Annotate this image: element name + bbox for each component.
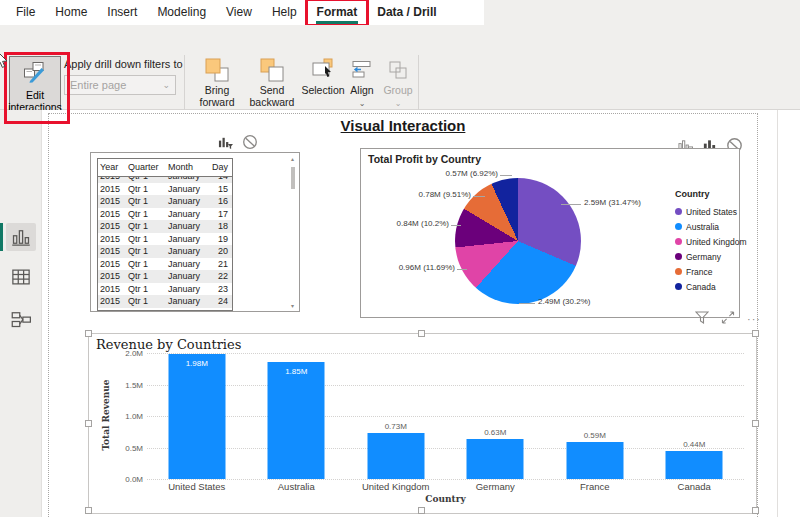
selection-handle[interactable]	[752, 330, 759, 337]
edit-interactions-button[interactable]: Edit interactions	[9, 56, 61, 114]
cell-year: 2015	[98, 183, 126, 196]
selection-handle[interactable]	[85, 507, 92, 514]
data-view-icon[interactable]	[11, 267, 31, 287]
bar-value-label: 1.85M	[285, 367, 307, 376]
tab-view[interactable]: View	[216, 0, 262, 25]
x-axis-category-label: United States	[147, 481, 247, 492]
bar-france[interactable]	[566, 442, 623, 479]
legend-item[interactable]: Germany	[675, 249, 746, 264]
send-backward-icon	[245, 56, 299, 84]
selection-handle[interactable]	[85, 420, 92, 427]
column-header-quarter[interactable]: Quarter	[126, 159, 166, 176]
cell-quarter: Qtr 1	[126, 270, 166, 283]
legend-dot-icon	[675, 223, 682, 230]
bar-australia[interactable]	[268, 362, 325, 479]
tab-modeling[interactable]: Modeling	[147, 0, 216, 25]
tab-home[interactable]: Home	[45, 0, 97, 25]
table-row[interactable]: 2015Qtr 1January24	[98, 295, 232, 308]
bar-canada[interactable]	[666, 451, 723, 479]
table-row[interactable]: 2015Qtr 1January18	[98, 220, 232, 233]
report-canvas: Visual Interaction YearQuart	[42, 110, 800, 517]
active-view-indicator	[0, 223, 3, 251]
selection-handle[interactable]	[752, 507, 759, 514]
cell-quarter: Qtr 1	[126, 283, 166, 296]
filter-interaction-icon[interactable]	[218, 135, 233, 154]
selection-handle[interactable]	[85, 330, 92, 337]
filter-funnel-icon[interactable]	[695, 310, 709, 328]
scroll-down-icon[interactable]: ▾	[288, 302, 297, 309]
column-header-day[interactable]: Day	[208, 159, 230, 176]
align-button[interactable]: Align ⌄	[345, 56, 379, 108]
scroll-up-icon[interactable]: ▴	[291, 156, 294, 162]
tab-data-drill[interactable]: Data / Drill	[367, 0, 446, 25]
table-row[interactable]: 2015Qtr 1January23	[98, 283, 232, 296]
table-row[interactable]: 2015Qtr 1January20	[98, 245, 232, 258]
pie-data-label: 0.57M (6.92%)	[361, 169, 498, 178]
apply-drill-label: Apply drill down filters to	[64, 58, 183, 70]
group-button[interactable]: Group ⌄	[379, 56, 417, 108]
pie-chart-visual[interactable]: Total Profit by Country 2.59M (31.47%)2.…	[360, 148, 740, 318]
ribbon: Edit interactions Apply drill down filte…	[0, 25, 800, 110]
bring-forward-icon	[191, 56, 243, 84]
report-view-icon[interactable]	[11, 227, 31, 247]
cell-month: January	[166, 183, 208, 196]
pie-data-label: 0.96M (11.69%)	[361, 263, 455, 272]
table-row[interactable]: 2015Qtr 1January15	[98, 183, 232, 196]
group-label: Group	[379, 84, 417, 96]
cell-quarter: Qtr 1	[126, 258, 166, 271]
cell-year: 2015	[98, 220, 126, 233]
pie-chart-title: Total Profit by Country	[368, 153, 481, 165]
bar-value-label: 1.98M	[186, 359, 208, 368]
cell-quarter: Qtr 1	[126, 245, 166, 258]
selection-handle[interactable]	[418, 330, 425, 337]
legend-label: United Kingdom	[686, 237, 746, 247]
pie-data-label: 2.49M (30.2%)	[538, 297, 590, 306]
column-header-year[interactable]: Year	[98, 159, 126, 176]
apply-drill-value: Entire page	[70, 79, 126, 91]
chevron-down-icon: ⌄	[395, 99, 402, 108]
table-row[interactable]: 2015Qtr 1January17	[98, 208, 232, 221]
selection-handle[interactable]	[752, 420, 759, 427]
selection-button[interactable]: Selection	[300, 56, 346, 96]
none-interaction-icon[interactable]	[242, 134, 258, 154]
pie-data-label: 0.84M (10.2%)	[361, 219, 449, 228]
cell-month: January	[166, 195, 208, 208]
legend-item[interactable]: Australia	[675, 219, 746, 234]
bar-slot: 0.63M	[446, 353, 546, 479]
table-scrollbar[interactable]: ▴ ▾	[288, 155, 297, 309]
table-visual[interactable]: YearQuarterMonthDay 2015Qtr 1January1420…	[90, 152, 300, 312]
legend-label: Canada	[686, 282, 716, 292]
bar-united-states[interactable]	[168, 354, 225, 479]
focus-mode-icon[interactable]	[721, 310, 735, 328]
pie-data-label: 2.59M (31.47%)	[584, 198, 641, 207]
bar-chart-visual[interactable]: Revenue by Countries Total Revenue 2.0M1…	[88, 333, 757, 514]
table-row[interactable]: 2015Qtr 1January19	[98, 233, 232, 246]
scrollbar-thumb[interactable]	[291, 167, 295, 189]
apply-drill-dropdown[interactable]: Entire page ⌄	[64, 75, 176, 95]
legend-item[interactable]: Canada	[675, 279, 746, 294]
bar-united-kingdom[interactable]	[367, 433, 424, 479]
page-title: Visual Interaction	[48, 117, 758, 134]
more-options-icon[interactable]: ···	[747, 315, 761, 323]
selection-handle[interactable]	[418, 507, 425, 514]
cell-month: January	[166, 270, 208, 283]
legend-item[interactable]: United Kingdom	[675, 234, 746, 249]
table-row[interactable]: 2015Qtr 1January21	[98, 258, 232, 271]
bar-germany[interactable]	[467, 439, 524, 479]
column-header-month[interactable]: Month	[166, 159, 208, 176]
tab-insert[interactable]: Insert	[97, 0, 147, 25]
cell-day: 19	[208, 233, 230, 246]
table-row[interactable]: 2015Qtr 1January16	[98, 195, 232, 208]
canvas-scrollbar[interactable]	[777, 110, 778, 517]
cell-day: 20	[208, 245, 230, 258]
model-view-icon[interactable]	[11, 309, 31, 329]
cell-day: 23	[208, 283, 230, 296]
tab-help[interactable]: Help	[262, 0, 307, 25]
table-row[interactable]: 2015Qtr 1January22	[98, 270, 232, 283]
legend-item[interactable]: United States	[675, 204, 746, 219]
tab-file[interactable]: File	[6, 0, 45, 25]
send-backward-label: Send backward	[245, 84, 299, 108]
tab-format[interactable]: Format	[307, 0, 368, 25]
legend-item[interactable]: France	[675, 264, 746, 279]
table-row[interactable]: 2015Qtr 1January25	[98, 308, 232, 311]
